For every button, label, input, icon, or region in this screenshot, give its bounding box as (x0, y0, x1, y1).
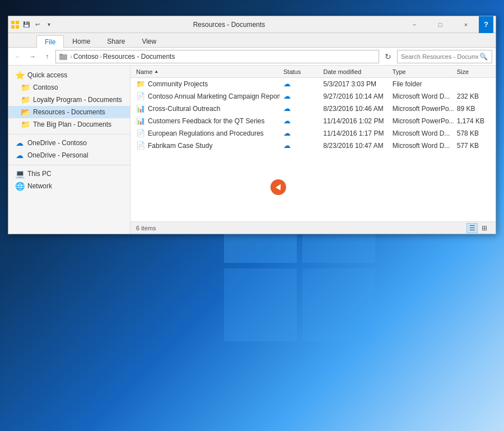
file-row-cross-cultural[interactable]: 📊 Cross-Cultural Outreach ☁ 8/23/2016 10… (130, 103, 496, 115)
file-status-community: ☁ (280, 80, 320, 88)
cloud-status-icon: ☁ (283, 80, 291, 88)
title-bar-controls: − □ × ? (402, 16, 493, 33)
cloud-status-icon-5: ☁ (283, 129, 291, 137)
sidebar-item-thispc[interactable]: 💻 This PC (8, 168, 130, 180)
col-header-type[interactable]: Type (389, 68, 454, 75)
network-icon: 🌐 (15, 182, 24, 191)
file-row-community-projects[interactable]: 📁 Community Projects ☁ 5/3/2017 3:03 PM … (130, 78, 496, 90)
file-name-label-community: Community Projects (148, 80, 208, 88)
search-box[interactable]: 🔍 (397, 50, 492, 63)
svg-rect-4 (11, 21, 15, 24)
forward-button[interactable]: → (26, 50, 39, 63)
sidebar-label-bigplan: The Big Plan - Documents (33, 121, 111, 128)
file-status-cross-cultural: ☁ (280, 104, 320, 113)
address-path[interactable]: › Contoso › Resources - Documents (55, 50, 379, 63)
sidebar-label-network: Network (27, 182, 52, 190)
svg-rect-7 (16, 25, 19, 29)
minimize-button[interactable]: − (402, 16, 427, 33)
file-date-european-regulations: 11/14/2016 1:17 PM (320, 129, 389, 137)
tab-file[interactable]: File (36, 35, 64, 48)
file-name-label-contoso-annual: Contoso Annual Marketing Campaign Report (148, 92, 280, 100)
cloud-status-icon-3: ☁ (283, 104, 291, 113)
path-folder-icon (59, 53, 69, 61)
sidebar-item-onedrive-contoso[interactable]: ☁ OneDrive - Contoso (8, 137, 130, 149)
search-input[interactable] (401, 53, 478, 60)
path-contoso[interactable]: Contoso (73, 53, 99, 61)
cloud-status-icon-2: ☁ (283, 92, 291, 100)
tab-share[interactable]: Share (99, 35, 133, 47)
svg-rect-2 (224, 268, 297, 341)
up-button[interactable]: ↑ (41, 50, 53, 63)
svg-rect-3 (302, 268, 375, 341)
sidebar-label-loyalty: Loyalty Program - Documents (33, 96, 122, 104)
file-status-contoso-annual: ☁ (280, 92, 320, 100)
file-row-european-regulations[interactable]: 📄 European Regulations and Procedures ☁ … (130, 127, 496, 140)
explorer-window: 💾 ↩ ▾ Resources - Documents − □ × ? File… (8, 16, 496, 234)
file-date-contoso-annual: 9/27/2016 10:14 AM (320, 92, 389, 100)
file-row-customers-feedback[interactable]: 📊 Customers Feedback for the QT Series ☁… (130, 115, 496, 127)
sidebar-item-loyalty[interactable]: 📁 Loyalty Program - Documents (8, 94, 130, 106)
svg-rect-5 (16, 21, 19, 24)
properties-icon[interactable]: ▾ (44, 20, 53, 29)
item-count: 6 items (136, 225, 156, 231)
sidebar-item-resources[interactable]: 📂 Resources - Documents (8, 106, 130, 118)
file-row-contoso-annual[interactable]: 📄 Contoso Annual Marketing Campaign Repo… (130, 90, 496, 103)
details-view-button[interactable]: ⊞ (479, 223, 490, 233)
svg-rect-6 (11, 25, 15, 29)
col-header-status[interactable]: Status (280, 68, 320, 75)
sidebar-label-resources: Resources - Documents (33, 108, 105, 116)
search-icon[interactable]: 🔍 (478, 53, 488, 61)
maximize-button[interactable]: □ (427, 16, 453, 33)
folder-icon-bigplan: 📁 (21, 120, 30, 129)
file-type-european-regulations: Microsoft Word D... (389, 129, 454, 137)
sidebar-item-quick-access[interactable]: ⭐ Quick access (8, 69, 130, 81)
undo-icon[interactable]: ↩ (33, 20, 42, 29)
file-size-contoso-annual: 232 KB (454, 92, 493, 100)
file-name-european-regulations: 📄 European Regulations and Procedures (133, 129, 280, 138)
sidebar-item-contoso[interactable]: 📁 Contoso (8, 81, 130, 94)
cloud-status-icon-6: ☁ (283, 141, 291, 150)
sidebar-section-quickaccess: ⭐ Quick access 📁 Contoso 📁 Loyalty Progr… (8, 68, 130, 132)
view-buttons: ☰ ⊞ (466, 223, 490, 233)
col-header-size[interactable]: Size (454, 68, 493, 75)
folder-icon-loyalty: 📁 (21, 95, 30, 104)
path-resources[interactable]: Resources - Documents (103, 53, 175, 61)
sidebar-item-onedrive-personal[interactable]: ☁ OneDrive - Personal (8, 149, 130, 161)
window-icon (11, 20, 20, 29)
tab-view[interactable]: View (133, 35, 165, 47)
back-button[interactable]: ← (12, 50, 24, 63)
sidebar-label-thispc: This PC (27, 170, 52, 178)
pc-icon: 💻 (15, 169, 24, 178)
sidebar-section-onedrive: ☁ OneDrive - Contoso ☁ OneDrive - Person… (8, 134, 130, 163)
file-name-label-cross-cultural: Cross-Cultural Outreach (148, 105, 220, 113)
sidebar-item-bigplan[interactable]: 📁 The Big Plan - Documents (8, 118, 130, 131)
path-arrow: › (70, 53, 72, 61)
main-content: ⭐ Quick access 📁 Contoso 📁 Loyalty Progr… (8, 66, 496, 234)
file-row-fabrikam[interactable]: 📄 Fabrikam Case Study ☁ 8/23/2016 10:47 … (130, 140, 496, 152)
file-status-european-regulations: ☁ (280, 129, 320, 137)
refresh-button[interactable]: ↻ (381, 50, 395, 63)
col-header-name[interactable]: Name ▲ (133, 68, 280, 75)
col-header-date[interactable]: Date modified (320, 68, 389, 75)
file-type-cross-cultural: Microsoft PowerPo... (389, 105, 454, 113)
tab-home[interactable]: Home (64, 35, 99, 47)
list-view-button[interactable]: ☰ (466, 223, 478, 233)
sidebar-section-devices: 💻 This PC 🌐 Network (8, 165, 130, 193)
file-name-label-european-regulations: European Regulations and Procedures (148, 129, 264, 137)
sidebar-label-quick-access: Quick access (27, 71, 67, 79)
file-name-label-fabrikam: Fabrikam Case Study (148, 142, 212, 150)
file-name-community: 📁 Community Projects (133, 80, 280, 89)
sidebar-label-onedrive-personal: OneDrive - Personal (27, 151, 88, 159)
quick-save-icon[interactable]: 💾 (22, 20, 31, 29)
help-button[interactable]: ? (479, 16, 493, 33)
file-date-customers-feedback: 11/14/2016 1:02 PM (320, 117, 389, 125)
ppt-icon-2: 📊 (136, 117, 145, 126)
word-icon-2: 📄 (136, 129, 145, 138)
sidebar-label-contoso: Contoso (33, 84, 58, 91)
window-title: Resources - Documents (57, 21, 402, 29)
file-name-cross-cultural: 📊 Cross-Cultural Outreach (133, 104, 280, 113)
close-button[interactable]: × (453, 16, 479, 33)
path-sep-2: › (100, 53, 102, 61)
sidebar-item-network[interactable]: 🌐 Network (8, 180, 130, 192)
file-list: Name ▲ Status Date modified Type Size 📁 … (130, 66, 496, 234)
